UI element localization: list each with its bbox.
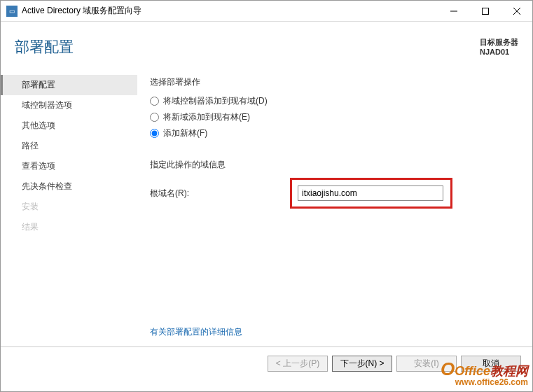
select-operation-label: 选择部署操作: [150, 76, 518, 88]
minimize-button[interactable]: [438, 1, 469, 21]
install-button: 安装(I): [396, 356, 457, 372]
root-domain-row: 根域名(R):: [150, 178, 518, 209]
radio-label: 将域控制器添加到现有域(D): [163, 95, 268, 107]
header: 部署配置 目标服务器 NJAD01: [1, 22, 532, 69]
radio-add-to-existing-domain[interactable]: 将域控制器添加到现有域(D): [150, 95, 518, 107]
domain-info-label: 指定此操作的域信息: [150, 159, 518, 171]
radio-input-existing-forest[interactable]: [150, 113, 159, 122]
highlight-box: [290, 178, 452, 209]
more-info-link[interactable]: 有关部署配置的详细信息: [150, 326, 242, 338]
cancel-button[interactable]: 取消: [461, 356, 521, 372]
close-button[interactable]: [501, 1, 532, 21]
close-icon: [513, 8, 520, 15]
main-panel: 选择部署操作 将域控制器添加到现有域(D) 将新域添加到现有林(E) 添加新林(…: [137, 69, 532, 346]
sidebar-item-install: 安装: [1, 197, 137, 217]
footer: < 上一步(P) 下一步(N) > 安装(I) 取消: [1, 346, 532, 380]
root-domain-label: 根域名(R):: [150, 188, 290, 200]
radio-input-new-forest[interactable]: [150, 129, 159, 138]
radio-input-existing-domain[interactable]: [150, 97, 159, 106]
app-icon: ▭: [6, 6, 18, 17]
target-server-label: 目标服务器: [480, 37, 518, 48]
prev-button: < 上一步(P): [268, 356, 328, 372]
sidebar-item-deployment[interactable]: 部署配置: [1, 75, 137, 95]
radio-label: 添加新林(F): [163, 127, 207, 139]
titlebar: ▭ Active Directory 域服务配置向导: [1, 1, 532, 22]
root-domain-input[interactable]: [298, 186, 443, 201]
target-server-box: 目标服务器 NJAD01: [480, 37, 518, 56]
sidebar-item-results: 结果: [1, 217, 137, 237]
sidebar-item-paths[interactable]: 路径: [1, 136, 137, 156]
content: 部署配置 域控制器选项 其他选项 路径 查看选项 先决条件检查 安装 结果 选择…: [1, 69, 532, 346]
radio-add-to-existing-forest[interactable]: 将新域添加到现有林(E): [150, 111, 518, 123]
sidebar-item-dc-options[interactable]: 域控制器选项: [1, 95, 137, 115]
window-controls: [438, 1, 532, 21]
radio-label: 将新域添加到现有林(E): [163, 111, 250, 123]
sidebar-item-other-options[interactable]: 其他选项: [1, 115, 137, 136]
page-title: 部署配置: [15, 37, 480, 57]
radio-add-new-forest[interactable]: 添加新林(F): [150, 127, 518, 139]
window-title: Active Directory 域服务配置向导: [22, 5, 438, 17]
maximize-button[interactable]: [469, 1, 501, 21]
maximize-icon: [482, 8, 489, 15]
minimize-icon: [450, 8, 457, 15]
svg-rect-1: [482, 8, 488, 14]
target-server-name: NJAD01: [480, 48, 518, 56]
sidebar-item-prereq[interactable]: 先决条件检查: [1, 176, 137, 197]
sidebar-item-review[interactable]: 查看选项: [1, 156, 137, 176]
next-button[interactable]: 下一步(N) >: [332, 356, 392, 372]
sidebar: 部署配置 域控制器选项 其他选项 路径 查看选项 先决条件检查 安装 结果: [1, 69, 137, 346]
